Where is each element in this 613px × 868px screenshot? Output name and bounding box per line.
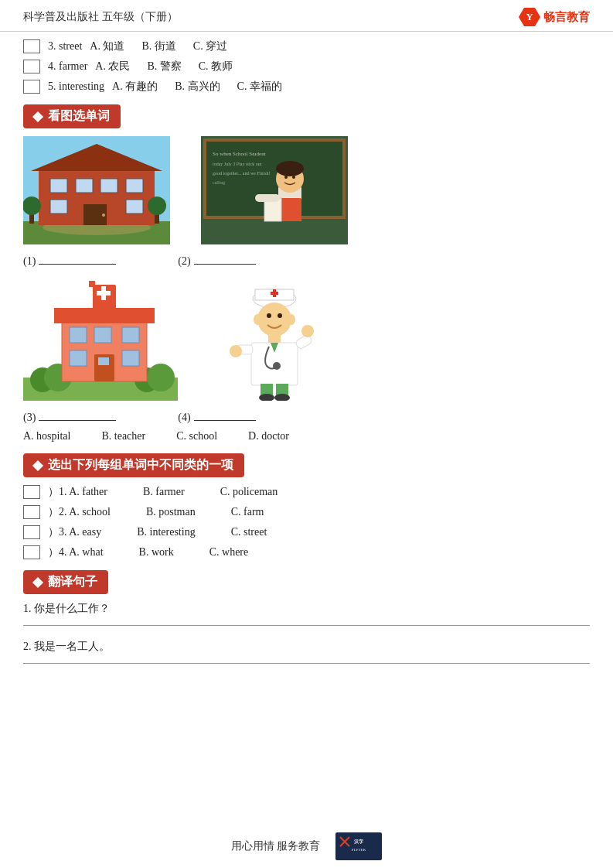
- vocab-num-1: 3. street: [48, 40, 82, 53]
- vocab-item-2: 4. farmer A. 农民 B. 警察 C. 教师: [23, 60, 590, 73]
- svg-text:Y: Y: [526, 12, 533, 22]
- svg-rect-7: [50, 179, 67, 193]
- odd-num-2: ）2. A. school: [48, 505, 111, 519]
- diamond-icon-2: [32, 460, 43, 470]
- translate-item-1: 1. 你是什么工作？: [23, 602, 590, 626]
- svg-point-57: [257, 302, 291, 337]
- vocab-item-1: 3. street A. 知道 B. 街道 C. 穿过: [23, 39, 590, 53]
- vocab-opt-2a: A. 农民: [95, 60, 130, 73]
- page-footer: 用心用情 服务教育 汉字 FLYTEK: [0, 832, 613, 860]
- section2-title: 看图选单词: [48, 108, 110, 125]
- diamond-icon: [32, 111, 43, 121]
- odd-num-1: ）1. A. father: [48, 485, 107, 499]
- svg-text:good together... and we Finish: good together... and we Finish!: [213, 171, 271, 176]
- svg-rect-10: [126, 179, 143, 193]
- svg-rect-74: [337, 834, 380, 859]
- svg-rect-30: [255, 194, 280, 202]
- section3-title: 选出下列每组单词中不同类的一项: [48, 457, 233, 473]
- page-header: 科学普及出版社 五年级（下册） Y 畅言教育: [0, 0, 613, 32]
- answer-bracket-2: [23, 60, 40, 73]
- odd-section: ）1. A. father B. farmer C. policeman ）2.…: [23, 485, 590, 559]
- footer-logo: 汉字 FLYTEK: [335, 832, 382, 860]
- svg-rect-49: [122, 350, 139, 366]
- translate-line-1: [23, 625, 590, 626]
- odd-item-2: ）2. A. school B. postman C. farm: [23, 505, 590, 519]
- translate-line-2: [23, 663, 590, 664]
- caption-1: (1): [23, 255, 116, 268]
- odd-num-3: ）3. A. easy: [48, 525, 101, 539]
- svg-rect-45: [70, 327, 87, 343]
- section4-header: 翻译句子: [23, 570, 108, 594]
- svg-rect-9: [100, 179, 117, 193]
- odd-bracket-1: [23, 485, 40, 499]
- svg-text:today July 3 Play stick out: today July 3 Play stick out: [213, 162, 262, 166]
- odd-item-3: ）3. A. easy B. interesting C. street: [23, 525, 590, 539]
- odd-opt-2b: B. postman: [146, 506, 196, 518]
- svg-text:FLYTEK: FLYTEK: [352, 848, 366, 852]
- section4-title: 翻译句子: [48, 574, 97, 590]
- translation-section: 1. 你是什么工作？ 2. 我是一名工人。: [23, 602, 590, 664]
- svg-point-67: [301, 325, 314, 337]
- caption-row-1: (1) (2): [23, 255, 590, 268]
- odd-bracket-4: [23, 545, 40, 559]
- svg-text:calling: calling: [213, 180, 225, 185]
- svg-point-38: [147, 364, 175, 391]
- vocab-opt-3c: C. 幸福的: [237, 80, 282, 94]
- svg-point-32: [292, 176, 295, 179]
- caption-4: (4): [178, 412, 255, 424]
- main-content: 3. street A. 知道 B. 街道 C. 穿过 4. farmer A.…: [0, 32, 613, 693]
- svg-text:汉字: 汉字: [354, 839, 364, 844]
- doctor-image: [224, 277, 325, 404]
- svg-point-61: [288, 314, 295, 325]
- odd-opt-4b: B. work: [139, 546, 174, 559]
- teacher-image: So when School Student today July 3 Play…: [201, 136, 348, 248]
- vocab-num-2: 4. farmer: [48, 60, 87, 73]
- odd-opt-4c: C. where: [209, 546, 249, 559]
- answer-bracket-3: [23, 80, 40, 94]
- svg-point-59: [278, 313, 282, 318]
- vocab-opt-3b: B. 高兴的: [175, 80, 220, 94]
- svg-point-18: [148, 196, 166, 215]
- svg-rect-56: [273, 289, 276, 297]
- svg-rect-62: [268, 334, 281, 343]
- vocab-opt-2b: B. 警察: [147, 60, 181, 73]
- section2-header: 看图选单词: [23, 104, 121, 128]
- svg-rect-12: [126, 200, 143, 214]
- img-opt-b: B. teacher: [101, 430, 145, 443]
- illustration-row-2: [23, 277, 590, 404]
- translate-item-2: 2. 我是一名工人。: [23, 640, 590, 664]
- diamond-icon-3: [32, 576, 43, 587]
- section3-header: 选出下列每组单词中不同类的一项: [23, 453, 244, 477]
- svg-point-69: [273, 362, 281, 370]
- img-opt-c: C. school: [176, 430, 217, 443]
- svg-rect-44: [101, 286, 106, 300]
- answer-bracket-1: [23, 39, 40, 53]
- svg-rect-42: [89, 281, 95, 287]
- odd-bracket-2: [23, 505, 40, 519]
- svg-rect-48: [70, 350, 87, 366]
- caption-3: (3): [23, 412, 116, 424]
- svg-point-31: [284, 176, 288, 179]
- logo-box: Y 畅言教育: [519, 8, 590, 26]
- svg-rect-51: [98, 357, 109, 365]
- odd-opt-3c: C. street: [231, 526, 267, 538]
- svg-point-58: [267, 313, 271, 318]
- logo-text: 畅言教育: [543, 10, 590, 25]
- vocab-opt-3a: A. 有趣的: [112, 80, 158, 94]
- odd-opt-3b: B. interesting: [137, 526, 195, 538]
- school-image: [23, 136, 170, 248]
- svg-rect-8: [76, 179, 93, 193]
- vocab-opt-2c: C. 教师: [199, 60, 233, 73]
- caption-row-2: (3) (4): [23, 412, 590, 424]
- brand-icon: Y: [519, 8, 540, 26]
- svg-point-60: [254, 314, 261, 325]
- vocab-opt-1a: A. 知道: [90, 39, 124, 53]
- vocab-section: 3. street A. 知道 B. 街道 C. 穿过 4. farmer A.…: [23, 39, 590, 94]
- vocab-opt-1b: B. 街道: [141, 39, 175, 53]
- vocab-num-3: 5. interesting: [48, 80, 104, 93]
- img-opt-d: D. doctor: [248, 430, 289, 443]
- translate-q2: 2. 我是一名工人。: [23, 641, 110, 652]
- translate-q1: 1. 你是什么工作？: [23, 603, 110, 614]
- vocab-opt-1c: C. 穿过: [193, 39, 227, 53]
- svg-point-68: [230, 345, 242, 357]
